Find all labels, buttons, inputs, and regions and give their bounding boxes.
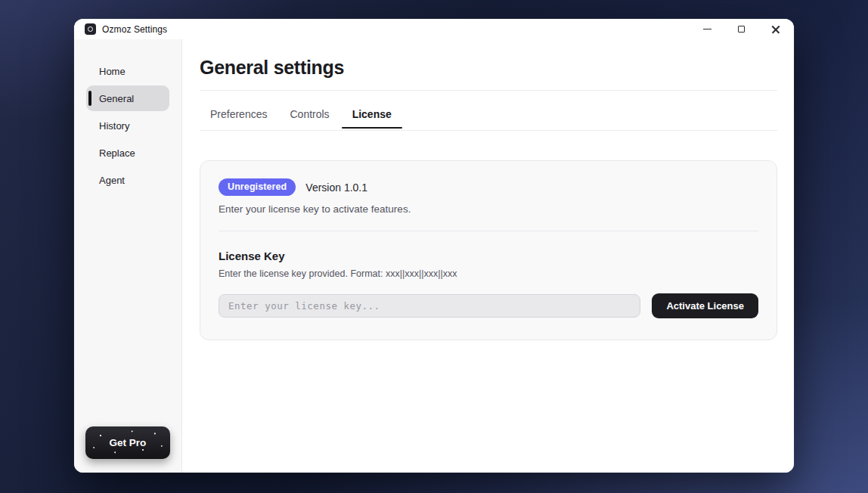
main-content: General settings Preferences Controls Li… xyxy=(182,39,794,473)
sidebar-item-label: Agent xyxy=(99,175,125,186)
status-badge: Unregistered xyxy=(219,178,296,196)
tab-license[interactable]: License xyxy=(342,108,402,130)
sidebar: Home General History Replace Agent Get P… xyxy=(74,39,182,473)
maximize-button[interactable] xyxy=(736,24,746,34)
ozmoz-ring-glyph xyxy=(88,26,93,32)
tab-controls[interactable]: Controls xyxy=(279,108,339,130)
sidebar-nav: Home General History Replace Agent xyxy=(74,58,181,426)
maximize-icon xyxy=(738,26,745,33)
version-label: Version 1.0.1 xyxy=(305,181,367,194)
window-body: Home General History Replace Agent Get P… xyxy=(74,39,794,473)
minimize-icon xyxy=(703,29,711,30)
window-title: Ozmoz Settings xyxy=(102,24,167,35)
license-description: Enter your license key to activate featu… xyxy=(219,203,758,215)
sidebar-item-label: General xyxy=(99,93,134,104)
card-divider xyxy=(219,231,758,231)
desktop-background: { "window": { "title": "Ozmoz Settings" … xyxy=(0,0,868,493)
license-status-row: Unregistered Version 1.0.1 xyxy=(219,178,758,196)
tab-bar: Preferences Controls License xyxy=(200,108,777,131)
active-indicator-bar xyxy=(88,91,91,106)
page-title: General settings xyxy=(200,57,777,79)
titlebar: Ozmoz Settings xyxy=(74,19,794,39)
license-input-row: Activate License xyxy=(219,293,758,318)
sidebar-item-agent[interactable]: Agent xyxy=(86,167,169,193)
get-pro-button[interactable]: Get Pro xyxy=(85,426,170,459)
sidebar-item-label: Home xyxy=(99,66,126,77)
sidebar-item-general[interactable]: General xyxy=(86,85,169,111)
license-key-hint: Enter the license key provided. Format: … xyxy=(219,268,758,279)
activate-license-button[interactable]: Activate License xyxy=(652,293,758,318)
sidebar-item-history[interactable]: History xyxy=(86,113,169,138)
sidebar-item-label: Replace xyxy=(99,147,135,159)
tab-preferences[interactable]: Preferences xyxy=(200,108,277,130)
close-icon xyxy=(771,25,780,33)
window-controls xyxy=(702,19,780,39)
minimize-button[interactable] xyxy=(702,24,712,34)
title-divider xyxy=(200,90,777,91)
license-card: Unregistered Version 1.0.1 Enter your li… xyxy=(200,160,777,340)
sidebar-item-replace[interactable]: Replace xyxy=(86,140,169,166)
sidebar-item-label: History xyxy=(99,120,129,132)
settings-window: Ozmoz Settings Home General History xyxy=(74,19,794,473)
license-key-title: License Key xyxy=(219,250,758,262)
sidebar-item-home[interactable]: Home xyxy=(86,58,169,84)
app-logo-icon xyxy=(85,23,96,35)
close-button[interactable] xyxy=(770,24,780,34)
license-key-input[interactable] xyxy=(219,294,640,318)
